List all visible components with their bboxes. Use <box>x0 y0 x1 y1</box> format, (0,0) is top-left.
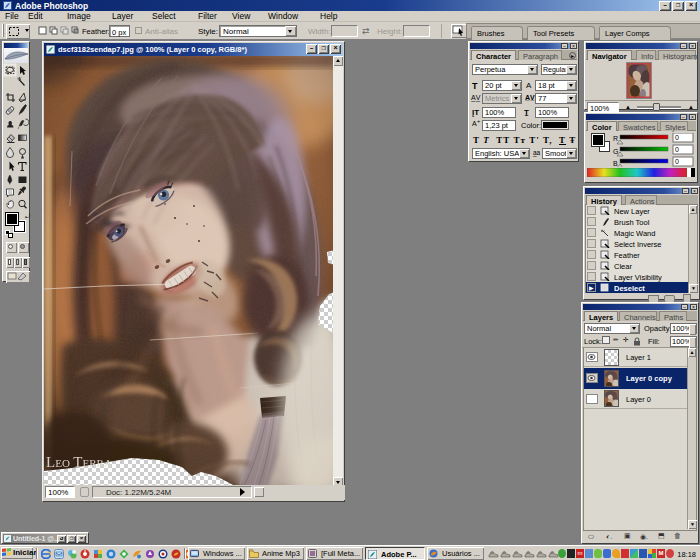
svg-text:R: R <box>613 135 618 142</box>
svg-text:0: 0 <box>675 158 679 165</box>
svg-text:LEO TERRA: LEO TERRA <box>46 454 112 470</box>
svg-text:0: 0 <box>675 134 679 141</box>
svg-text:0: 0 <box>675 146 679 153</box>
svg-text:B: B <box>613 160 618 167</box>
svg-text:G: G <box>613 148 618 155</box>
